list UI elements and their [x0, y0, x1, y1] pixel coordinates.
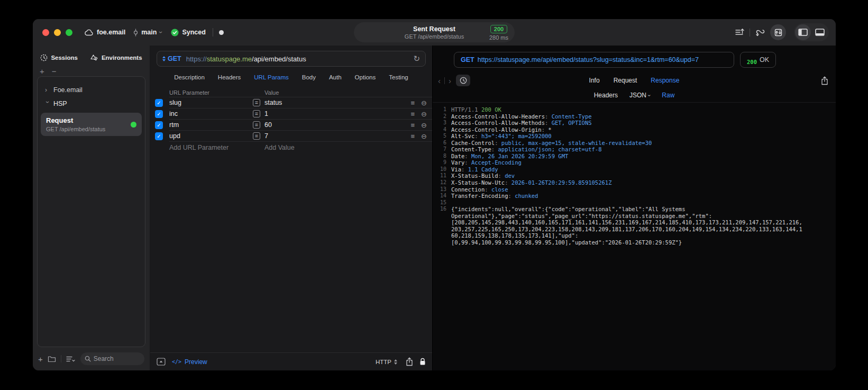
line-text: X-Status-Build: dev	[451, 173, 515, 179]
reorder-icon[interactable]: ≡	[411, 99, 415, 107]
sync-status[interactable]: Synced	[171, 29, 205, 37]
param-checkbox[interactable]: ✓	[155, 110, 163, 118]
param-row-rtm: ✓rtm=60≡⊖	[150, 120, 432, 131]
transfer-box-button[interactable]	[770, 24, 786, 40]
param-name-field[interactable]: upd	[169, 132, 253, 140]
panel-toggles	[794, 23, 829, 41]
editor-bottom-bar: </> Preview HTTP	[150, 352, 432, 370]
add-value-field[interactable]: Add Value	[264, 144, 295, 151]
tab-request[interactable]: Request	[614, 77, 637, 84]
tree-item-hsp[interactable]: › HSP	[41, 97, 142, 111]
request-url-bar[interactable]: GET https://statuspage.me/api/embed/stat…	[157, 51, 426, 67]
remove-param-icon[interactable]: ⊖	[421, 99, 427, 107]
remove-param-icon[interactable]: ⊖	[421, 132, 427, 140]
tab-options[interactable]: Options	[355, 74, 376, 80]
sync-loop-button[interactable]	[755, 28, 765, 37]
sent-request-title: Sent Request	[405, 25, 464, 33]
zoom-button[interactable]	[66, 29, 72, 36]
response-line: [208,205,145,298,443,140,160,165,171,161…	[433, 219, 836, 226]
search-input[interactable]: Search	[80, 352, 144, 365]
tab-sessions-label: Sessions	[51, 55, 78, 61]
protocol-selector[interactable]: HTTP	[376, 359, 399, 365]
status-code: 200	[747, 55, 757, 65]
chevron-right-icon: ›	[45, 86, 50, 94]
response-body[interactable]: 1HTTP/1.1 200 OK2Access-Control-Allow-He…	[433, 103, 836, 370]
param-name-field[interactable]: slug	[169, 99, 253, 106]
request-url-field[interactable]: https://statuspage.me/api/embed/status	[186, 55, 306, 63]
line-number: 14	[433, 193, 446, 199]
export-response-button[interactable]	[821, 76, 828, 85]
new-folder-button[interactable]	[48, 356, 56, 362]
remove-session-button[interactable]: −	[52, 67, 57, 76]
tab-environments[interactable]: Environments	[90, 54, 142, 61]
tab-auth[interactable]: Auth	[329, 74, 342, 80]
param-value-field[interactable]: 1	[264, 110, 405, 117]
param-checkbox[interactable]: ✓	[155, 99, 163, 107]
reorder-icon[interactable]: ≡	[411, 121, 415, 129]
param-checkbox[interactable]: ✓	[155, 132, 163, 140]
response-pane: GET https://statuspage.me/api/embed/stat…	[433, 46, 836, 370]
preview-button[interactable]: </> Preview	[172, 358, 207, 366]
params-table-header: URL Parameter Value	[150, 88, 432, 97]
sent-request-url[interactable]: GET https://statuspage.me/api/embed/stat…	[454, 52, 734, 68]
line-text: X-Status-Now-Utc: 2026-01-26T20:29:59.85…	[451, 179, 611, 186]
response-line: 203,257,225,165,250,173,204,223,158,208,…	[433, 226, 836, 233]
tab-testing[interactable]: Testing	[389, 74, 408, 80]
minimize-button[interactable]	[54, 29, 61, 36]
response-line: 2Access-Control-Allow-Headers: Content-T…	[433, 113, 836, 120]
share-request-button[interactable]	[406, 357, 413, 366]
param-name-field[interactable]: rtm	[169, 121, 253, 129]
line-number: 12	[433, 179, 446, 186]
view-tab-label: Headers	[594, 92, 618, 99]
add-url-parameter-field[interactable]: Add URL Parameter	[169, 144, 253, 151]
request-list-item-selected[interactable]: Request GET /api/embed/status	[41, 113, 142, 136]
project-button[interactable]: foe.email	[84, 29, 125, 36]
tab-sessions[interactable]: Sessions	[40, 54, 78, 61]
response-line: 3Access-Control-Allow-Methods: GET, OPTI…	[433, 120, 836, 126]
param-value-field[interactable]: 60	[264, 121, 405, 129]
tab-url-params[interactable]: URL Params	[254, 74, 288, 80]
line-text: HTTP/1.1 200 OK	[451, 106, 501, 113]
toggle-left-sidebar-button[interactable]	[795, 24, 811, 40]
divider	[213, 28, 213, 37]
toggle-bottom-panel-button[interactable]	[812, 24, 828, 40]
line-text: Operational"},"page":"status","page_url"…	[451, 213, 712, 220]
view-tab-headers[interactable]: Headers	[594, 92, 618, 99]
reorder-icon[interactable]: ≡	[411, 110, 415, 118]
list-options-button[interactable]	[66, 356, 76, 362]
view-tab-json[interactable]: JSON›	[629, 92, 650, 99]
response-line: 10Via: 1.1 Caddy	[433, 166, 836, 173]
tab-headers[interactable]: Headers	[218, 74, 241, 80]
remove-param-icon[interactable]: ⊖	[421, 121, 427, 129]
branch-selector[interactable]: main ›	[133, 29, 162, 37]
resend-icon[interactable]: ↻	[413, 54, 420, 64]
line-number: 1	[433, 106, 446, 113]
response-line: 4Access-Control-Allow-Origin: *	[433, 126, 836, 133]
param-name-field[interactable]: inc	[169, 110, 253, 117]
remove-param-icon[interactable]: ⊖	[421, 110, 427, 118]
tree-item-foe-email[interactable]: › Foe.email	[41, 83, 142, 97]
line-text: Content-Type: application/json; charset=…	[451, 146, 601, 153]
expand-editor-button[interactable]	[157, 358, 166, 366]
add-session-button[interactable]: +	[40, 67, 44, 76]
response-nav-bar: ‹ › InfoRequestResponse	[433, 72, 836, 88]
tab-response[interactable]: Response	[651, 77, 679, 84]
lock-icon[interactable]	[419, 358, 426, 366]
tab-description[interactable]: Description	[174, 74, 205, 80]
view-tab-raw[interactable]: Raw	[662, 92, 674, 99]
send-queue-button[interactable]	[735, 28, 745, 37]
sidebar-tabs: Sessions Environments	[33, 46, 150, 66]
reorder-icon[interactable]: ≡	[411, 132, 415, 140]
line-number: 11	[433, 173, 446, 179]
param-value-field[interactable]: status	[264, 99, 405, 106]
param-value-field[interactable]: 7	[264, 132, 405, 140]
param-checkbox[interactable]: ✓	[155, 121, 163, 129]
add-request-button[interactable]: +	[38, 355, 43, 363]
tab-info[interactable]: Info	[589, 77, 600, 84]
request-editor-pane: GET https://statuspage.me/api/embed/stat…	[150, 46, 433, 370]
request-method[interactable]: GET	[168, 55, 181, 62]
tab-body[interactable]: Body	[302, 74, 316, 80]
app-window: foe.email main › Synced Sent Request	[33, 19, 836, 370]
sent-request-pill[interactable]: Sent Request GET /api/embed/status 200 2…	[354, 22, 515, 42]
close-button[interactable]	[42, 29, 49, 36]
